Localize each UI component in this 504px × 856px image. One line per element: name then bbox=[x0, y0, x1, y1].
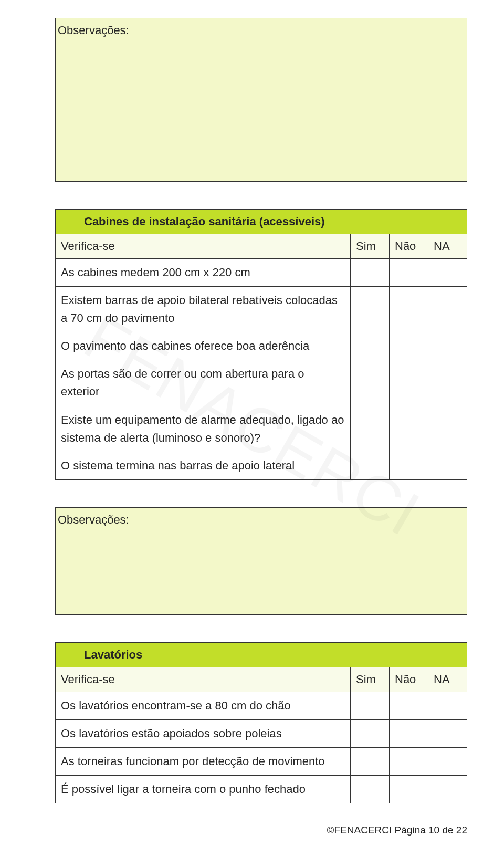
answer-na-cell[interactable] bbox=[428, 776, 467, 803]
table-subheader: Verifica-se Sim Não NA bbox=[56, 667, 467, 692]
question-cell: O pavimento das cabines oferece boa ader… bbox=[56, 332, 351, 360]
observations-label: Observações: bbox=[56, 508, 467, 527]
table-row: As torneiras funcionam por detecção de m… bbox=[56, 748, 467, 776]
table-lavatorios: Lavatórios Verifica-se Sim Não NA Os lav… bbox=[55, 642, 467, 803]
observations-box-middle: Observações: bbox=[55, 507, 467, 615]
question-cell: Os lavatórios encontram-se a 80 cm do ch… bbox=[56, 692, 351, 719]
answer-sim-cell[interactable] bbox=[351, 360, 390, 406]
table-row: As portas são de correr ou com abertura … bbox=[56, 360, 467, 406]
answer-na-cell[interactable] bbox=[428, 719, 467, 747]
col-header-nao: Não bbox=[390, 667, 428, 692]
table-cabines: Cabines de instalação sanitária (acessív… bbox=[55, 209, 467, 480]
question-cell: As portas são de correr ou com abertura … bbox=[56, 360, 351, 406]
answer-na-cell[interactable] bbox=[428, 287, 467, 332]
page-footer: ©FENACERCI Página 10 de 22 bbox=[327, 824, 467, 836]
question-cell: As cabines medem 200 cm x 220 cm bbox=[56, 259, 351, 287]
section-title-text: Lavatórios bbox=[84, 648, 142, 661]
question-cell: Os lavatórios estão apoiados sobre polei… bbox=[56, 719, 351, 747]
question-cell: É possível ligar a torneira com o punho … bbox=[56, 776, 351, 803]
answer-sim-cell[interactable] bbox=[351, 719, 390, 747]
col-header-na: NA bbox=[428, 234, 467, 259]
answer-sim-cell[interactable] bbox=[351, 406, 390, 452]
answer-na-cell[interactable] bbox=[428, 259, 467, 287]
col-header-verifica: Verifica-se bbox=[56, 234, 351, 259]
answer-na-cell[interactable] bbox=[428, 332, 467, 360]
answer-na-cell[interactable] bbox=[428, 360, 467, 406]
col-header-verifica: Verifica-se bbox=[56, 667, 351, 692]
answer-nao-cell[interactable] bbox=[390, 259, 428, 287]
col-header-nao: Não bbox=[390, 234, 428, 259]
table-row: Existem barras de apoio bilateral rebatí… bbox=[56, 287, 467, 332]
answer-nao-cell[interactable] bbox=[390, 287, 428, 332]
table-row: O sistema termina nas barras de apoio la… bbox=[56, 452, 467, 479]
question-cell: As torneiras funcionam por detecção de m… bbox=[56, 748, 351, 776]
observations-box-top: Observações: bbox=[55, 18, 467, 182]
answer-sim-cell[interactable] bbox=[351, 692, 390, 719]
section-title-text: Cabines de instalação sanitária (acessív… bbox=[84, 215, 325, 228]
question-cell: O sistema termina nas barras de apoio la… bbox=[56, 452, 351, 479]
answer-sim-cell[interactable] bbox=[351, 452, 390, 479]
answer-na-cell[interactable] bbox=[428, 452, 467, 479]
answer-nao-cell[interactable] bbox=[390, 692, 428, 719]
table-row: O pavimento das cabines oferece boa ader… bbox=[56, 332, 467, 360]
col-header-sim: Sim bbox=[351, 667, 390, 692]
table-row: É possível ligar a torneira com o punho … bbox=[56, 776, 467, 803]
table-row: As cabines medem 200 cm x 220 cm bbox=[56, 259, 467, 287]
answer-sim-cell[interactable] bbox=[351, 776, 390, 803]
section-title-lavatorios: Lavatórios bbox=[56, 642, 467, 667]
answer-nao-cell[interactable] bbox=[390, 332, 428, 360]
answer-na-cell[interactable] bbox=[428, 406, 467, 452]
answer-nao-cell[interactable] bbox=[390, 360, 428, 406]
answer-sim-cell[interactable] bbox=[351, 287, 390, 332]
answer-na-cell[interactable] bbox=[428, 692, 467, 719]
table-subheader: Verifica-se Sim Não NA bbox=[56, 234, 467, 259]
answer-na-cell[interactable] bbox=[428, 748, 467, 776]
answer-nao-cell[interactable] bbox=[390, 452, 428, 479]
answer-sim-cell[interactable] bbox=[351, 332, 390, 360]
table-row: Os lavatórios estão apoiados sobre polei… bbox=[56, 719, 467, 747]
answer-nao-cell[interactable] bbox=[390, 748, 428, 776]
answer-sim-cell[interactable] bbox=[351, 748, 390, 776]
col-header-sim: Sim bbox=[351, 234, 390, 259]
answer-nao-cell[interactable] bbox=[390, 776, 428, 803]
observations-label: Observações: bbox=[56, 18, 467, 37]
answer-sim-cell[interactable] bbox=[351, 259, 390, 287]
question-cell: Existem barras de apoio bilateral rebatí… bbox=[56, 287, 351, 332]
table-row: Existe um equipamento de alarme adequado… bbox=[56, 406, 467, 452]
table-row: Os lavatórios encontram-se a 80 cm do ch… bbox=[56, 692, 467, 719]
question-cell: Existe um equipamento de alarme adequado… bbox=[56, 406, 351, 452]
col-header-na: NA bbox=[428, 667, 467, 692]
answer-nao-cell[interactable] bbox=[390, 719, 428, 747]
answer-nao-cell[interactable] bbox=[390, 406, 428, 452]
section-title-cabines: Cabines de instalação sanitária (acessív… bbox=[56, 210, 467, 234]
